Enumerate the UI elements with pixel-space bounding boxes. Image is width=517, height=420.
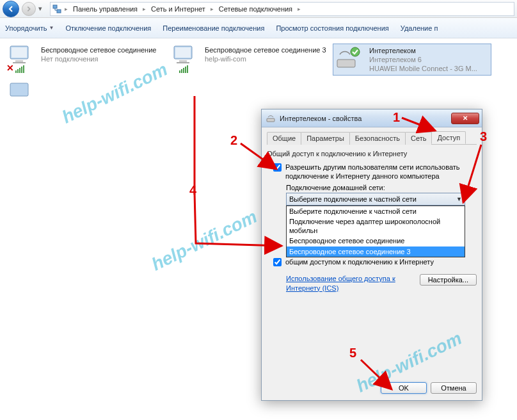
combo-option[interactable]: Беспроводное сетевое соединение	[287, 236, 465, 246]
cancel-button[interactable]: Отмена	[431, 382, 477, 394]
tab-security[interactable]: Безопасность	[349, 132, 406, 145]
network-folder-icon	[52, 4, 62, 14]
svg-rect-8	[179, 60, 187, 62]
connection-name: Беспроводное сетевое соединение 3	[205, 46, 326, 55]
watermark: help-wifi.com	[148, 206, 260, 275]
svg-rect-7	[175, 47, 191, 58]
svg-rect-3	[12, 47, 27, 58]
svg-rect-4	[15, 60, 23, 62]
arrow-left-icon	[7, 5, 15, 13]
no-signal-icon: ✕	[6, 63, 14, 73]
annotation-2: 2	[230, 133, 237, 148]
home-network-label: Подключение домашней сети:	[267, 184, 477, 191]
properties-dialog: Интертелеком - свойства ✕ Общие Параметр…	[261, 109, 482, 401]
svg-rect-0	[53, 5, 57, 8]
navigation-bar: ▾ ▸ Панель управления ▸ Сеть и Интернет …	[0, 0, 517, 18]
close-icon: ✕	[463, 115, 468, 122]
allow-sharing-checkbox[interactable]	[273, 163, 282, 172]
chevron-down-icon: ▼	[49, 25, 54, 31]
connection-name: Интертелеком	[369, 47, 477, 56]
toolbar: Упорядочить ▼ Отключение подключения Пер…	[0, 18, 517, 38]
breadcrumb-item[interactable]: Сеть и Интернет	[148, 4, 208, 14]
svg-rect-1	[57, 10, 61, 13]
annotation-5: 5	[349, 346, 356, 360]
connection-device: HUAWEI Mobile Connect - 3G M...	[369, 65, 477, 74]
tab-general[interactable]: Общие	[267, 132, 301, 145]
organize-menu[interactable]: Упорядочить ▼	[5, 24, 54, 32]
connection-item-partial[interactable]	[5, 81, 24, 111]
svg-rect-12	[10, 83, 28, 96]
ok-button[interactable]: OK	[381, 382, 427, 394]
breadcrumb-sep: ▸	[63, 6, 69, 12]
dialup-icon	[266, 113, 276, 124]
home-network-combo[interactable]: Выберите подключение к частной сети ▼	[286, 193, 465, 206]
combo-option[interactable]: Подключение через адаптер широкополосной…	[287, 216, 465, 236]
connection-item[interactable]: ✕ Беспроводное сетевое соединение Нет по…	[5, 44, 164, 74]
close-button[interactable]: ✕	[451, 113, 479, 124]
tab-strip: Общие Параметры Безопасность Сеть Доступ	[267, 131, 477, 145]
connection-status: help-wifi-com	[205, 55, 326, 64]
combo-option[interactable]: Выберите подключение к частной сети	[287, 206, 465, 216]
arrow-right-icon	[26, 6, 32, 12]
ics-help-link[interactable]: Использование общего доступа к Интернету…	[286, 274, 408, 293]
forward-button[interactable]	[22, 2, 36, 16]
allow-sharing-label: Разрешить другим пользователям сети испо…	[285, 163, 477, 181]
combo-dropdown-list: Выберите подключение к частной сети Подк…	[286, 206, 465, 257]
wifi-adapter-icon	[170, 45, 201, 73]
settings-button[interactable]: Настройка...	[420, 274, 477, 286]
view-status-button[interactable]: Просмотр состояния подключения	[276, 24, 388, 32]
dialup-adapter-icon	[335, 45, 365, 74]
adapter-icon	[6, 82, 37, 110]
tab-parameters[interactable]: Параметры	[301, 132, 350, 145]
connection-item[interactable]: Беспроводное сетевое соединение 3 help-w…	[169, 44, 328, 74]
connection-status: Нет подключения	[41, 55, 156, 64]
connection-status: Интертелеком 6	[369, 56, 477, 65]
allow-control-label: общим доступом к подключению к Интернету	[285, 257, 434, 266]
disable-connection-button[interactable]: Отключение подключения	[65, 24, 151, 32]
back-button[interactable]	[3, 1, 19, 17]
connection-item-selected[interactable]: Интертелеком Интертелеком 6 HUAWEI Mobil…	[333, 44, 491, 76]
annotation-1: 1	[393, 110, 400, 125]
allow-control-checkbox[interactable]	[273, 258, 282, 266]
combo-value: Выберите подключение к частной сети	[289, 195, 417, 203]
svg-rect-10	[337, 60, 355, 67]
connection-name: Беспроводное сетевое соединение	[41, 46, 156, 55]
svg-rect-9	[177, 62, 189, 63]
dialog-titlebar[interactable]: Интертелеком - свойства ✕	[262, 109, 482, 127]
dialog-title: Интертелеком - свойства	[280, 115, 447, 122]
delete-connection-button[interactable]: Удаление п	[401, 24, 438, 32]
annotation-4: 4	[189, 183, 196, 198]
section-header: Общий доступ к подключению к Интернету	[267, 149, 477, 161]
svg-point-11	[351, 47, 360, 56]
connections-view: ✕ Беспроводное сетевое соединение Нет по…	[0, 38, 517, 117]
wifi-adapter-icon: ✕	[6, 45, 37, 73]
tab-network[interactable]: Сеть	[405, 132, 432, 145]
annotation-3: 3	[480, 129, 487, 144]
svg-rect-13	[267, 118, 274, 122]
svg-rect-5	[13, 62, 26, 63]
breadcrumb-item[interactable]: Панель управления	[70, 4, 140, 14]
history-dropdown-icon[interactable]: ▾	[38, 4, 47, 13]
breadcrumb-item[interactable]: Сетевые подключения	[216, 4, 295, 14]
tab-access[interactable]: Доступ	[431, 131, 466, 144]
combo-option-selected[interactable]: Беспроводное сетевое соединение 3	[287, 246, 465, 257]
breadcrumb[interactable]: ▸ Панель управления ▸ Сеть и Интернет ▸ …	[50, 2, 514, 16]
chevron-down-icon: ▼	[456, 196, 462, 202]
rename-connection-button[interactable]: Переименование подключения	[163, 24, 264, 32]
